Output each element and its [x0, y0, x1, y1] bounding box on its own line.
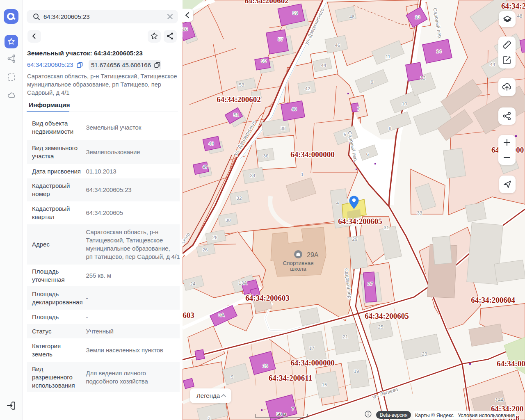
svg-text:23: 23 — [422, 352, 427, 356]
svg-text:34: 34 — [250, 173, 256, 178]
svg-text:44: 44 — [490, 62, 495, 67]
svg-text:25: 25 — [378, 324, 383, 329]
svg-text:64:34:200602: 64:34:200602 — [217, 95, 261, 104]
svg-text:64:34:200605: 64:34:200605 — [365, 312, 409, 320]
svg-text:64:34:200603: 64:34:200603 — [183, 311, 194, 320]
svg-text:51: 51 — [234, 112, 239, 117]
svg-text:12: 12 — [420, 75, 426, 80]
svg-text:5: 5 — [344, 132, 346, 137]
svg-text:11: 11 — [386, 54, 390, 59]
svg-text:28: 28 — [212, 235, 218, 240]
svg-text:47: 47 — [203, 164, 208, 169]
svg-text:38: 38 — [281, 126, 286, 131]
svg-text:31: 31 — [384, 225, 389, 230]
svg-text:14А: 14А — [495, 397, 504, 402]
svg-text:9: 9 — [231, 374, 233, 379]
svg-text:46: 46 — [335, 43, 340, 48]
svg-text:55: 55 — [261, 59, 267, 64]
svg-text:59: 59 — [293, 11, 298, 16]
svg-text:64:34:00: 64:34:00 — [497, 359, 525, 368]
svg-text:48: 48 — [517, 14, 523, 18]
svg-text:64:34:000000: 64:34:000000 — [290, 358, 335, 367]
svg-text:64:34:2: 64:34:2 — [501, 2, 525, 10]
svg-text:16: 16 — [183, 27, 187, 32]
svg-text:9: 9 — [371, 80, 373, 84]
svg-text:36: 36 — [263, 153, 269, 158]
svg-text:27: 27 — [368, 281, 373, 286]
svg-text:33: 33 — [417, 210, 422, 215]
svg-text:13: 13 — [263, 363, 268, 368]
svg-text:29: 29 — [352, 237, 358, 242]
svg-text:64:34:200603: 64:34:200603 — [245, 294, 290, 302]
svg-text:4: 4 — [336, 201, 339, 205]
svg-text:44: 44 — [321, 63, 326, 68]
svg-text:64:34:000000: 64:34:000000 — [290, 150, 335, 159]
svg-text:3: 3 — [208, 416, 210, 420]
svg-text:29А: 29А — [307, 251, 319, 258]
svg-text:10: 10 — [402, 101, 407, 106]
svg-text:64:34:200602: 64:34:200602 — [244, 0, 289, 5]
svg-text:Спортивная: Спортивная — [283, 260, 314, 266]
svg-text:7: 7 — [357, 106, 360, 111]
svg-text:64:34:200605: 64:34:200605 — [338, 217, 382, 226]
svg-text:6: 6 — [366, 152, 369, 157]
svg-text:53: 53 — [239, 82, 244, 87]
svg-text:7: 7 — [292, 406, 294, 411]
svg-text:50 м: 50 м — [276, 412, 286, 417]
svg-text:9А: 9А — [219, 313, 224, 317]
svg-text:14: 14 — [436, 49, 442, 54]
svg-text:19: 19 — [354, 369, 359, 374]
svg-text:32: 32 — [237, 196, 242, 201]
svg-text:17: 17 — [309, 346, 315, 351]
svg-text:30: 30 — [226, 218, 231, 223]
svg-text:13: 13 — [415, 15, 420, 20]
svg-text:48: 48 — [349, 14, 355, 19]
svg-text:64:34:200611: 64:34:200611 — [269, 374, 313, 382]
svg-text:49: 49 — [209, 141, 214, 146]
svg-text:15: 15 — [322, 382, 327, 387]
svg-text:26: 26 — [203, 247, 208, 252]
svg-text:40: 40 — [292, 107, 297, 112]
svg-text:21: 21 — [343, 334, 348, 339]
svg-text:57: 57 — [278, 37, 283, 42]
svg-text:1: 1 — [301, 172, 304, 177]
svg-text:8: 8 — [389, 126, 391, 131]
svg-text:24: 24 — [190, 281, 196, 286]
svg-text:64:34:200604: 64:34:200604 — [471, 296, 515, 304]
svg-text:школа: школа — [290, 266, 306, 272]
svg-text:42: 42 — [305, 86, 310, 91]
svg-text:13А: 13А — [239, 281, 247, 285]
